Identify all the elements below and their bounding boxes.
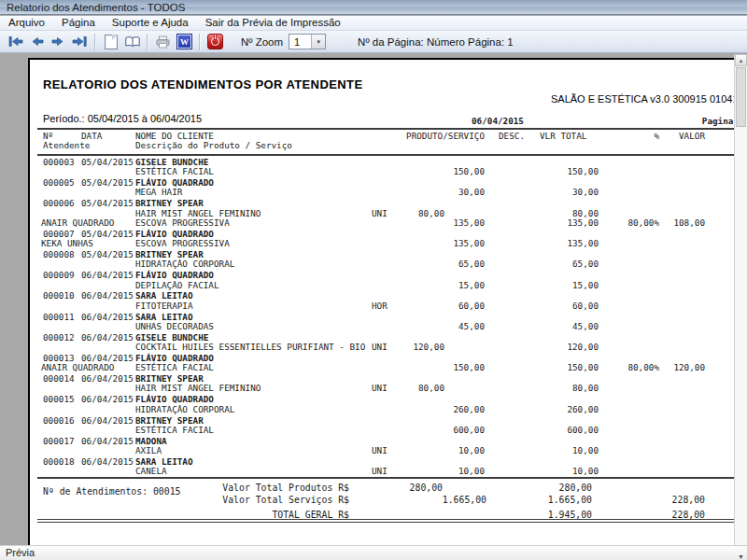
report-record: 00001806/04/2015SARA LEITAOCANELAUNI10,0… (30, 457, 747, 477)
single-page-view-button[interactable] (100, 33, 121, 51)
cell-unit: HOR (372, 301, 388, 311)
totals-line: Valor Total Serviços R$1.665,001.665,002… (30, 495, 747, 505)
totals-line: Valor Total Produtos R$280,00280,00 (30, 483, 747, 493)
totals-commission-value: 228,00 (647, 495, 705, 505)
cell-date: 05/04/2015 (81, 158, 134, 167)
next-page-icon (51, 35, 65, 48)
cell-date: 06/04/2015 (81, 416, 134, 426)
cell-total-value: 150,00 (543, 167, 599, 176)
totals-rule (37, 477, 747, 479)
totals-label: Valor Total Serviços R$ (123, 495, 349, 505)
first-page-button[interactable] (5, 33, 26, 51)
single-page-view-icon (105, 35, 118, 49)
cell-service-value: 10,00 (429, 446, 485, 455)
totals-total-value: 280,00 (534, 483, 592, 493)
report-record: 00000906/04/2015FLÁVIO QUADRADODEPILAÇÃO… (30, 271, 747, 290)
chevron-down-icon[interactable]: ▼ (311, 35, 325, 49)
pdf-export-icon (207, 34, 223, 49)
cell-attendance-number: 000012 (43, 333, 75, 343)
cell-description: AXILA (135, 446, 162, 455)
last-page-button[interactable] (69, 33, 91, 51)
cell-attendance-number: 000014 (43, 374, 75, 384)
cell-unit: UNI (372, 384, 388, 393)
cell-total-value: 80,00 (543, 384, 599, 393)
report-record: 00000305/04/2015GISELE BUNDCHEESTÉTICA F… (30, 158, 747, 177)
next-page-button[interactable] (48, 33, 69, 51)
toolbar: W Nº Zoom 1 ▼ Nº da Página: Número Págin… (0, 31, 747, 53)
column-header-attendant: Atendente (43, 141, 90, 150)
cell-description: ESTÉTICA FACIAL (135, 426, 214, 435)
cell-client-name: FLÁVIO QUADRADO (135, 271, 214, 280)
toolbar-separator (94, 34, 96, 50)
cell-total-value: 260,00 (543, 405, 599, 414)
previous-page-button[interactable] (26, 33, 48, 51)
cell-date: 06/04/2015 (81, 374, 134, 384)
cell-date: 06/04/2015 (81, 313, 134, 322)
zoom-select[interactable]: 1 ▼ (289, 34, 326, 49)
report-title: RELATORIO DOS ATENDIMENTOS POR ATENDENTE (43, 77, 362, 91)
cell-service-value: 65,00 (429, 259, 485, 269)
scrollbar-thumb[interactable] (736, 67, 746, 127)
record-detail-line: HAIR MIST ANGEL FEMININOUNI80,0080,00 (30, 384, 747, 393)
cell-attendance-number: 000015 (43, 395, 75, 404)
menu-arquivo[interactable]: Arquivo (0, 16, 53, 30)
menu-bar: Arquivo Página Suporte e Ajuda Sair da P… (0, 16, 747, 31)
cell-date: 06/04/2015 (81, 457, 134, 467)
report-record: 00001106/04/2015SARA LEITAOUNHAS DECORAD… (30, 313, 747, 332)
record-detail-line: ANAIR QUADRADOESTÉTICA FACIAL150,00150,0… (30, 363, 747, 372)
cell-commission-value: 108,00 (649, 218, 705, 228)
cell-description: CANELA (135, 467, 167, 476)
menu-suporte-e-ajuda[interactable]: Suporte e Ajuda (104, 16, 197, 30)
cell-unit: UNI (372, 467, 388, 476)
record-detail-line: ESTÉTICA FACIAL150,00150,00 (30, 167, 747, 176)
report-record: 00000705/04/2015FLÁVIO QUADRADOKEKA UNHA… (30, 230, 747, 249)
two-page-view-button[interactable] (121, 33, 143, 51)
report-record: 00001206/04/2015GISELE BUNDCHECOCKTAIL H… (30, 333, 747, 353)
cell-date: 06/04/2015 (81, 333, 134, 343)
cell-date: 05/04/2015 (81, 199, 134, 208)
menu-pagina[interactable]: Página (53, 16, 104, 30)
record-detail-line: COCKTAIL HUILES ESSENTIELLES PURIFIANT -… (30, 343, 747, 352)
cell-total-value: 150,00 (543, 363, 599, 372)
record-detail-line: ESTÉTICA FACIAL600,00600,00 (30, 426, 747, 435)
column-header-description: Descrição do Produto / Serviço (135, 141, 292, 150)
record-detail-line: CANELAUNI10,0010,00 (30, 467, 747, 476)
totals-product-value: 280,00 (385, 483, 443, 493)
cell-total-value: 120,00 (543, 343, 599, 352)
scroll-up-icon[interactable]: ▲ (735, 54, 747, 66)
table-header: Nº DATA NOME DO CLIENTE PRODUTO/SERVIÇO … (30, 132, 747, 151)
previous-page-icon (30, 35, 44, 48)
cell-date: 06/04/2015 (81, 271, 134, 280)
window-title: Relatorio dos Atendimentos - TODOS (7, 2, 185, 13)
record-detail-line: AXILAUNI10,0010,00 (30, 446, 747, 455)
cell-service-value: 135,00 (429, 218, 485, 228)
column-header-produto-servico: PRODUTO/SERVIÇO (395, 132, 485, 141)
vertical-scrollbar[interactable]: ▲ (734, 54, 747, 545)
totals-total-value: 1.665,00 (534, 495, 592, 505)
scroll-down-icon[interactable]: ▼ (738, 550, 744, 560)
cell-total-value: 60,00 (543, 301, 599, 311)
cell-unit: UNI (372, 446, 388, 455)
cell-attendance-number: 000009 (43, 271, 75, 280)
cell-description: ESTÉTICA FACIAL (135, 363, 214, 372)
cell-date: 05/04/2015 (81, 178, 134, 188)
report-end-rule (37, 519, 747, 523)
cell-description: HIDRATAÇÃO CORPORAL (135, 405, 234, 414)
cell-attendant: ANAIR QUADRADO (41, 218, 114, 228)
word-export-button[interactable]: W (174, 33, 195, 51)
cell-date: 06/04/2015 (81, 437, 134, 446)
cell-attendance-number: 000006 (43, 199, 75, 208)
report-rows: 00000305/04/2015GISELE BUNDCHEESTÉTICA F… (30, 158, 747, 478)
cell-attendance-number: 000008 (43, 250, 75, 259)
cell-total-value: 65,00 (543, 259, 599, 269)
report-record: 00001506/04/2015FLÁVIO QUADRADOHIDRATAÇÃ… (30, 395, 747, 414)
menu-sair-da-previa[interactable]: Sair da Prévia de Impressão (197, 16, 349, 30)
record-detail-line: FITOTERAPIAHOR60,0060,00 (30, 301, 747, 311)
cell-attendance-number: 000003 (43, 158, 75, 167)
report-record: 00001406/04/2015BRITNEY SPEARHAIR MIST A… (30, 374, 747, 394)
column-header-valor: VALOR (649, 132, 705, 141)
print-button[interactable] (152, 33, 174, 51)
record-detail-line: DEPILAÇÃO FACIAL15,0015,00 (30, 281, 747, 290)
page-number-info: Nº da Página: Número Página: 1 (358, 36, 514, 48)
pdf-export-button[interactable] (204, 33, 226, 51)
